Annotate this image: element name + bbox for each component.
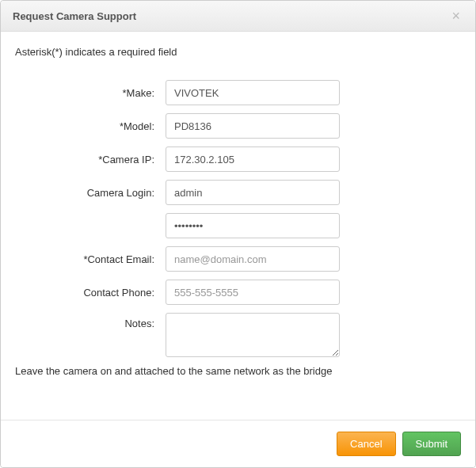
modal-body: Asterisk(*) indicates a required field *… xyxy=(1,32,475,420)
notes-row: Notes: xyxy=(15,313,461,357)
model-label: *Model: xyxy=(15,120,166,132)
contact-email-input[interactable] xyxy=(166,246,340,272)
contact-email-label: *Contact Email: xyxy=(15,253,166,265)
model-input[interactable] xyxy=(166,113,340,139)
camera-ip-row: *Camera IP: xyxy=(15,146,461,172)
make-label: *Make: xyxy=(15,87,166,99)
make-input[interactable] xyxy=(166,80,340,105)
camera-login-user-input[interactable] xyxy=(166,180,340,205)
modal-header: Request Camera Support × xyxy=(1,1,475,32)
contact-phone-input[interactable] xyxy=(166,280,340,305)
camera-password-row xyxy=(15,213,461,238)
submit-button[interactable]: Submit xyxy=(402,432,461,456)
contact-phone-label: Contact Phone: xyxy=(15,287,166,299)
contact-email-row: *Contact Email: xyxy=(15,246,461,272)
camera-ip-label: *Camera IP: xyxy=(15,154,166,166)
notes-textarea[interactable] xyxy=(166,313,340,357)
camera-login-row: Camera Login: xyxy=(15,180,461,205)
request-camera-support-modal: Request Camera Support × Asterisk(*) ind… xyxy=(0,0,476,468)
required-field-note: Asterisk(*) indicates a required field xyxy=(15,46,461,58)
make-row: *Make: xyxy=(15,80,461,105)
close-icon[interactable]: × xyxy=(448,9,463,23)
camera-ip-input[interactable] xyxy=(166,146,340,172)
contact-phone-row: Contact Phone: xyxy=(15,280,461,305)
modal-footer: Cancel Submit xyxy=(1,420,475,467)
camera-login-label: Camera Login: xyxy=(15,187,166,199)
camera-login-pass-input[interactable] xyxy=(166,213,340,238)
model-row: *Model: xyxy=(15,113,461,139)
instruction-text: Leave the camera on and attached to the … xyxy=(15,365,461,377)
modal-title: Request Camera Support xyxy=(13,10,136,22)
cancel-button[interactable]: Cancel xyxy=(337,432,395,456)
notes-label: Notes: xyxy=(15,313,166,329)
